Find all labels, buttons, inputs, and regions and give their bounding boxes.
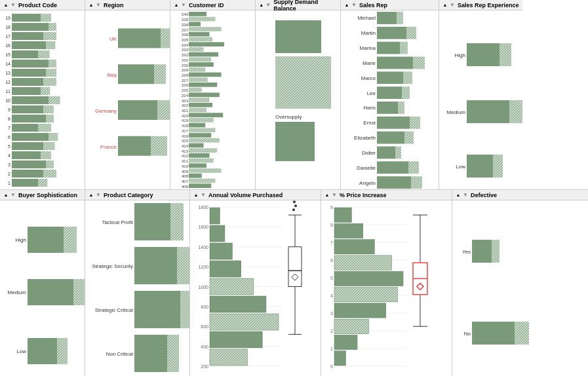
filter-icon-def[interactable]: ▼: [463, 192, 468, 198]
svg-text:Lee: Lee: [367, 90, 376, 96]
filter-icon-region[interactable]: ▼: [96, 2, 101, 8]
svg-text:Tactical Profit: Tactical Profit: [102, 219, 133, 225]
svg-text:9: 9: [8, 107, 10, 112]
filter-icon-av[interactable]: ▼: [201, 192, 206, 198]
panel-product-code-title: Product Code: [18, 2, 57, 9]
svg-rect-43: [49, 133, 58, 141]
svg-text:1000: 1000: [198, 285, 208, 290]
sales-rep-chart: MichaelMartinMarinaMarieMarcoLeeHansErns…: [341, 10, 439, 189]
sort-icon-av[interactable]: ▲: [193, 192, 199, 198]
svg-rect-52: [46, 160, 54, 168]
svg-rect-298: [334, 335, 357, 349]
svg-rect-98: [189, 67, 205, 72]
filter-icon-sre[interactable]: ▼: [450, 2, 455, 8]
svg-text:224: 224: [182, 94, 189, 98]
svg-text:1400: 1400: [198, 245, 208, 250]
svg-rect-159: [406, 27, 416, 39]
svg-text:7: 7: [330, 240, 333, 245]
filter-icon-bs[interactable]: ▼: [10, 192, 16, 198]
panel-price-increase-title: % Price Increase: [340, 192, 387, 198]
filter-icon[interactable]: ▼: [10, 2, 16, 8]
svg-text:6: 6: [330, 258, 333, 263]
svg-text:UK: UK: [109, 36, 117, 42]
svg-text:Germany: Germany: [95, 108, 117, 114]
filter-icon-pi[interactable]: ▼: [332, 192, 337, 198]
svg-rect-136: [189, 163, 206, 168]
svg-text:4: 4: [8, 153, 10, 158]
svg-text:237: 237: [182, 28, 189, 32]
svg-text:11: 11: [5, 89, 10, 94]
svg-rect-31: [49, 96, 60, 104]
panel-price-increase-header: ▲ ▼ % Price Increase: [321, 190, 452, 200]
sort-icon-def[interactable]: ▲: [455, 192, 461, 198]
svg-rect-314: [515, 322, 529, 345]
svg-rect-156: [397, 12, 403, 24]
panel-sales-rep-title: Sales Rep: [359, 2, 387, 9]
svg-rect-22: [46, 69, 56, 77]
sort-icon[interactable]: ▲: [3, 2, 9, 9]
svg-text:5: 5: [8, 144, 10, 149]
svg-rect-197: [509, 100, 522, 123]
svg-text:Medium: Medium: [8, 290, 27, 295]
svg-rect-9: [12, 32, 43, 40]
sort-icon-sr[interactable]: ▲: [343, 2, 350, 9]
panel-supply-demand-header: ▲ ▼ Supply Demand Balance: [256, 0, 340, 10]
svg-rect-112: [189, 103, 212, 107]
svg-rect-128: [189, 143, 204, 148]
svg-rect-15: [12, 50, 38, 58]
svg-rect-132: [189, 153, 210, 158]
svg-rect-168: [403, 71, 412, 84]
filter-icon-cid[interactable]: ▼: [181, 2, 186, 8]
svg-text:Ernst: Ernst: [363, 120, 376, 126]
sort-icon-pi[interactable]: ▲: [324, 192, 330, 198]
panel-product-code: ▲ ▼ Product Code 19181716151413121110987…: [0, 0, 85, 189]
svg-rect-19: [49, 60, 56, 67]
panel-annual-vol: ▲ ▼ Annual Volume Purchased 180016001400…: [190, 190, 321, 376]
svg-text:423: 423: [182, 99, 189, 103]
filter-icon-sr[interactable]: ▼: [351, 2, 357, 8]
svg-rect-182: [377, 147, 395, 159]
svg-text:6: 6: [8, 135, 10, 140]
svg-text:5: 5: [330, 276, 333, 280]
svg-point-263: [294, 204, 297, 207]
svg-rect-68: [118, 100, 157, 120]
svg-text:15: 15: [5, 52, 10, 57]
sort-icon-sd[interactable]: ▲: [258, 2, 264, 9]
svg-text:420: 420: [182, 114, 189, 118]
svg-rect-4: [41, 14, 51, 22]
svg-text:229: 229: [182, 68, 189, 72]
sort-icon-region[interactable]: ▲: [88, 2, 94, 9]
customer-id-chart: 2402392382372362352342332322312302292282…: [170, 10, 255, 189]
region-chart: UKItalyGermanyFrance: [85, 10, 170, 189]
svg-rect-57: [12, 179, 38, 187]
svg-rect-161: [377, 42, 400, 54]
svg-text:240: 240: [182, 12, 189, 16]
svg-rect-218: [134, 247, 177, 284]
svg-text:8: 8: [8, 117, 10, 121]
svg-rect-48: [12, 151, 41, 159]
sort-icon-sre[interactable]: ▲: [442, 2, 448, 9]
svg-text:No: No: [464, 331, 471, 337]
sort-icon-cid[interactable]: ▲: [173, 2, 180, 9]
svg-rect-164: [377, 57, 413, 69]
svg-text:Low: Low: [16, 348, 26, 354]
filter-icon-sd[interactable]: ▼: [265, 2, 271, 8]
sort-icon-bs[interactable]: ▲: [3, 192, 9, 198]
svg-text:13: 13: [5, 71, 10, 75]
svg-rect-247: [210, 225, 225, 242]
svg-text:Elizabeth: Elizabeth: [354, 135, 376, 141]
svg-rect-311: [492, 240, 500, 263]
svg-text:19: 19: [5, 16, 10, 20]
svg-rect-252: [210, 314, 279, 330]
svg-rect-124: [189, 133, 211, 138]
svg-text:7: 7: [8, 126, 10, 130]
svg-text:Marco: Marco: [361, 75, 376, 81]
sort-icon-pc[interactable]: ▲: [88, 192, 94, 198]
filter-icon-pc[interactable]: ▼: [96, 192, 101, 198]
buyer-soph-chart: HighMediumLow: [0, 200, 85, 376]
svg-text:3: 3: [330, 311, 333, 316]
svg-text:408: 408: [182, 174, 189, 178]
panel-product-code-body: 19181716151413121110987654321: [0, 10, 85, 189]
svg-rect-299: [334, 351, 346, 366]
svg-text:1200: 1200: [198, 265, 208, 269]
